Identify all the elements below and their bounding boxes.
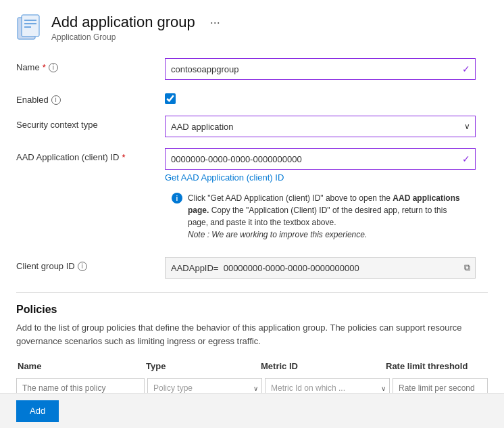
info-box-icon: i [172, 193, 182, 204]
enabled-checkbox[interactable] [165, 93, 176, 104]
enabled-control [165, 91, 476, 104]
security-context-select-wrapper: AAD application Other ∨ [165, 116, 476, 137]
aad-id-row: AAD Application (client) ID * ✓ Get AAD … [16, 148, 488, 246]
name-required: * [43, 62, 46, 72]
ellipsis-button[interactable]: ··· [207, 16, 223, 30]
page-container: Add application group ··· Application Gr… [0, 0, 504, 412]
client-group-info-icon[interactable]: i [78, 262, 87, 271]
copy-icon[interactable]: ⧉ [464, 262, 470, 273]
enabled-label: Enabled i [16, 91, 165, 105]
form-section: Name * i ✓ Enabled i [16, 58, 488, 279]
security-context-label: Security context type [16, 116, 165, 130]
col-type-header: Type [145, 358, 259, 374]
client-group-row: Client group ID i ⧉ [16, 257, 488, 279]
policies-title: Policies [16, 304, 488, 316]
security-context-select[interactable]: AAD application Other [165, 116, 476, 137]
client-group-control: ⧉ [165, 257, 476, 279]
footer-bar: Add [0, 393, 504, 428]
enabled-checkbox-wrapper [165, 91, 476, 104]
info-box-text: Click "Get AAD Application (client) ID" … [188, 192, 469, 241]
client-group-input [165, 257, 476, 279]
name-control: ✓ [165, 58, 476, 80]
page-subtitle: Application Group [51, 32, 223, 42]
aad-id-label: AAD Application (client) ID * [16, 148, 165, 162]
aad-id-input-wrapper: ✓ [165, 148, 476, 170]
name-check-icon: ✓ [462, 64, 470, 74]
policies-section: Policies Add to the list of group polici… [16, 292, 488, 398]
name-info-icon[interactable]: i [49, 63, 58, 72]
aad-id-check-icon: ✓ [462, 153, 470, 164]
enabled-row: Enabled i [16, 91, 488, 105]
enabled-info-icon[interactable]: i [51, 95, 61, 105]
title-block: Add application group ··· Application Gr… [51, 14, 223, 42]
aad-info-box: i Click "Get AAD Application (client) ID… [165, 187, 476, 246]
col-metric-header: Metric ID [259, 358, 384, 374]
name-row: Name * i ✓ [16, 58, 488, 80]
name-input-wrapper: ✓ [165, 58, 476, 80]
client-group-input-wrapper: ⧉ [165, 257, 476, 279]
aad-id-control: ✓ Get AAD Application (client) ID i Clic… [165, 148, 476, 246]
aad-id-input[interactable] [165, 148, 476, 170]
svg-rect-1 [22, 15, 39, 37]
aad-id-required: * [122, 152, 125, 162]
security-context-row: Security context type AAD application Ot… [16, 116, 488, 137]
name-label: Name * i [16, 58, 165, 72]
app-group-icon [16, 14, 43, 41]
policies-description: Add to the list of group policies that d… [16, 321, 488, 348]
page-header: Add application group ··· Application Gr… [16, 14, 488, 42]
page-title: Add application group [51, 14, 195, 31]
security-context-control: AAD application Other ∨ [165, 116, 476, 137]
add-button[interactable]: Add [16, 400, 59, 422]
col-name-header: Name [16, 358, 145, 374]
col-rate-header: Rate limit threshold [384, 358, 488, 374]
name-input[interactable] [165, 58, 476, 80]
policies-table-header: Name Type Metric ID Rate limit threshold [16, 358, 488, 374]
aad-link[interactable]: Get AAD Application (client) ID [165, 172, 476, 183]
client-group-label: Client group ID i [16, 257, 165, 271]
